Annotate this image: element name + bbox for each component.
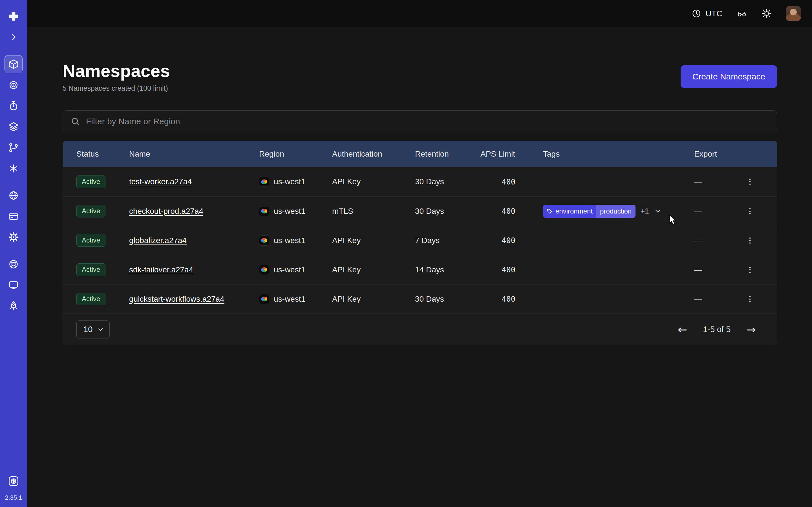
status-badge: Active <box>77 263 105 276</box>
nav-namespaces[interactable] <box>4 55 22 73</box>
name-cell: quickstart-workflows.a27a4 <box>129 295 259 304</box>
nav-deployments[interactable] <box>4 118 22 136</box>
next-page-button[interactable]: → <box>746 324 756 335</box>
lifebuoy-icon <box>8 259 19 270</box>
status-badge: Active <box>77 234 105 247</box>
region-label: us-west1 <box>274 265 305 274</box>
nav-getting-started[interactable] <box>4 276 22 294</box>
namespace-link[interactable]: checkout-prod.a27a4 <box>129 207 203 216</box>
region-label: us-west1 <box>274 177 305 186</box>
tags-expand-chevron-icon[interactable] <box>654 208 661 215</box>
aps-limit-cell: 400 <box>480 236 543 245</box>
cube-icon <box>8 59 19 70</box>
export-cell: — <box>694 235 777 246</box>
filter-input[interactable] <box>86 117 769 126</box>
tag-pill[interactable]: environmentproduction <box>543 205 636 218</box>
nav-nexus[interactable] <box>4 76 22 94</box>
gcp-cloud-icon <box>259 206 269 216</box>
name-cell: globalizer.a27a4 <box>129 236 259 245</box>
retention-cell: 30 Days <box>415 207 480 216</box>
region-cell: us-west1 <box>259 177 332 187</box>
retention-cell: 30 Days <box>415 177 480 186</box>
namespace-link[interactable]: test-worker.a27a4 <box>129 177 192 186</box>
nav-workflows[interactable] <box>4 138 22 157</box>
row-menu-button[interactable] <box>744 264 756 276</box>
table-row: Activetest-worker.a27a4us-west1API Key30… <box>63 167 777 196</box>
gcp-cloud-icon <box>259 235 269 245</box>
tags-more-count[interactable]: +1 <box>641 207 649 216</box>
name-cell: sdk-failover.a27a4 <box>129 265 259 274</box>
nav-batch-operations[interactable] <box>4 159 22 177</box>
status-cell: Active <box>77 175 129 188</box>
page-size-select[interactable]: 10 <box>77 320 110 339</box>
layers-icon <box>8 121 19 132</box>
globe-icon <box>8 190 19 201</box>
main-content: Namespaces 5 Namespaces created (100 lim… <box>27 27 812 507</box>
theme-toggle-button[interactable] <box>761 8 772 19</box>
topbar: UTC <box>27 0 812 27</box>
row-menu-button[interactable] <box>744 235 756 246</box>
status-badge: Active <box>77 175 105 188</box>
rocket-icon <box>8 300 19 312</box>
usage-dollar-icon <box>7 475 20 487</box>
nav-schedules[interactable] <box>4 97 22 115</box>
docs-button[interactable] <box>737 8 747 19</box>
tag-key: environment <box>554 207 596 215</box>
export-value: — <box>694 236 702 245</box>
retention-cell: 14 Days <box>415 265 480 274</box>
branch-icon <box>8 142 19 153</box>
namespace-link[interactable]: quickstart-workflows.a27a4 <box>129 295 224 304</box>
chevron-down-icon <box>97 326 104 333</box>
filter-bar <box>63 110 777 132</box>
region-cell: us-west1 <box>259 265 332 275</box>
row-menu-button[interactable] <box>744 176 756 187</box>
search-icon <box>70 116 80 126</box>
nav-support[interactable] <box>4 255 22 273</box>
tags-cell: environmentproduction+1 <box>543 205 694 218</box>
status-cell: Active <box>77 263 129 276</box>
tag-value: production <box>596 205 636 218</box>
create-namespace-button[interactable]: Create Namespace <box>680 65 777 88</box>
namespace-link[interactable]: globalizer.a27a4 <box>129 236 187 245</box>
nav-labs[interactable] <box>4 297 22 315</box>
export-value: — <box>694 265 702 274</box>
authentication-cell: mTLS <box>332 207 415 216</box>
kebab-menu-icon <box>746 266 754 274</box>
kebab-menu-icon <box>746 236 754 245</box>
table-header: StatusNameRegionAuthenticationRetentionA… <box>63 141 777 167</box>
pagination-bar: 10 ← 1-5 of 5 → <box>63 314 777 345</box>
previous-page-button[interactable]: ← <box>678 324 688 335</box>
export-value: — <box>694 177 702 186</box>
nav-billing[interactable] <box>4 207 22 225</box>
sidebar-expand-chevron-icon[interactable] <box>4 28 22 46</box>
row-menu-button[interactable] <box>744 293 756 305</box>
name-cell: checkout-prod.a27a4 <box>129 207 259 216</box>
temporal-logo[interactable] <box>4 7 22 25</box>
row-menu-button[interactable] <box>744 205 756 217</box>
region-cell: us-west1 <box>259 294 332 304</box>
user-avatar[interactable] <box>786 6 801 21</box>
table-body: Activetest-worker.a27a4us-west1API Key30… <box>63 167 777 314</box>
target-icon <box>8 79 19 91</box>
table-row: Activeglobalizer.a27a4us-west1API Key7 D… <box>63 226 777 255</box>
timezone-selector[interactable]: UTC <box>691 8 722 18</box>
status-cell: Active <box>77 234 129 247</box>
column-header-region: Region <box>259 150 332 159</box>
region-label: us-west1 <box>274 207 305 216</box>
table-row: Activesdk-failover.a27a4us-west1API Key1… <box>63 255 777 284</box>
nav-settings[interactable] <box>4 228 22 246</box>
column-header-status: Status <box>77 150 129 159</box>
aps-limit-cell: 400 <box>480 295 543 303</box>
nav-cloud-regions[interactable] <box>4 186 22 205</box>
export-cell: — <box>694 176 777 187</box>
status-cell: Active <box>77 205 129 217</box>
nav-usage[interactable] <box>4 472 22 490</box>
kebab-menu-icon <box>746 207 754 216</box>
export-value: — <box>694 295 702 304</box>
aps-limit-cell: 400 <box>480 177 543 186</box>
authentication-cell: API Key <box>332 177 415 186</box>
namespace-link[interactable]: sdk-failover.a27a4 <box>129 265 193 274</box>
clock-icon <box>691 8 702 18</box>
aps-limit-cell: 400 <box>480 265 543 274</box>
monitor-icon <box>8 279 19 291</box>
